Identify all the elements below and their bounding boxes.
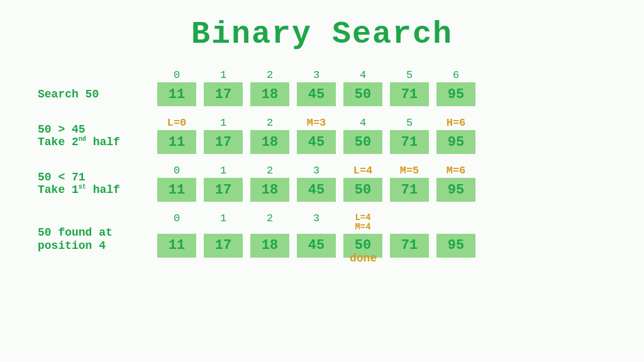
- array-cell: 95: [436, 82, 475, 106]
- index-label: L=4 M=4: [343, 213, 382, 234]
- step-label: 50 < 71Take 1st half: [38, 171, 157, 202]
- index-row: 0123L=4 M=4: [157, 213, 475, 234]
- array-cell: 11: [157, 82, 196, 106]
- array-cell: 71: [390, 130, 429, 154]
- done-note: done: [350, 252, 377, 265]
- step-row: 50 < 71Take 1st half0123L=4M=5M=61117184…: [38, 165, 644, 202]
- array-cell: 50: [343, 178, 382, 202]
- step-label: Search 50: [38, 88, 157, 106]
- array-cell: 45: [297, 130, 336, 154]
- index-label: M=6: [436, 165, 475, 178]
- index-label: 0: [157, 165, 196, 178]
- array-cell: 50: [343, 82, 382, 106]
- array-cell: 71: [390, 178, 429, 202]
- index-row: 0123456: [157, 70, 475, 82]
- array-cell: 17: [204, 178, 243, 202]
- array-cell: 18: [250, 234, 289, 258]
- array-cell: 45: [297, 82, 336, 106]
- index-label: 1: [204, 70, 243, 82]
- index-label: 6: [436, 70, 475, 82]
- array-cell: 95: [436, 234, 475, 258]
- array-cells: 11171845507195: [157, 178, 475, 202]
- index-label: 2: [250, 213, 289, 234]
- array-cell: 17: [204, 130, 243, 154]
- array-cell: 11: [157, 130, 196, 154]
- array-cells: 11171845507195: [157, 130, 475, 154]
- index-label: 2: [250, 118, 289, 130]
- index-label: L=4: [343, 165, 382, 178]
- array-cell: 18: [250, 82, 289, 106]
- array-cell: 11: [157, 178, 196, 202]
- array-cell: 11: [157, 234, 196, 258]
- page-title: Binary Search: [0, 16, 644, 52]
- index-label: M=5: [390, 165, 429, 178]
- index-label: [390, 213, 429, 234]
- index-label: 5: [390, 70, 429, 82]
- index-label: [436, 213, 475, 234]
- array-column: 0123L=4M=5M=611171845507195: [157, 165, 475, 202]
- index-label: 0: [157, 213, 196, 234]
- index-label: H=6: [436, 118, 475, 130]
- index-label: M=3: [297, 118, 336, 130]
- array-cell: 95: [436, 130, 475, 154]
- array-cell: 18: [250, 130, 289, 154]
- diagram-stage: Search 5001234561117184550719550 > 45Tak…: [0, 70, 644, 258]
- step-row: Search 50012345611171845507195: [38, 70, 644, 106]
- index-row: 0123L=4M=5M=6: [157, 165, 475, 178]
- diagram-page: Binary Search Search 5001234561117184550…: [0, 0, 644, 362]
- array-cell: 17: [204, 82, 243, 106]
- index-label: 2: [250, 165, 289, 178]
- array-cells: 11171845507195: [157, 82, 475, 106]
- array-cells: 11171845507195: [157, 234, 475, 258]
- array-cell: 71: [390, 82, 429, 106]
- array-column: L=012M=345H=611171845507195: [157, 118, 475, 154]
- index-label: 3: [297, 213, 336, 234]
- array-column: 0123L=4 M=411171845507195: [157, 213, 475, 258]
- array-cell: 45: [297, 234, 336, 258]
- index-label: 2: [250, 70, 289, 82]
- index-label: 3: [297, 165, 336, 178]
- index-label: 1: [204, 118, 243, 130]
- index-label: 0: [157, 70, 196, 82]
- array-cell: 45: [297, 178, 336, 202]
- array-cell: 17: [204, 234, 243, 258]
- array-column: 012345611171845507195: [157, 70, 475, 106]
- index-label: 4: [343, 118, 382, 130]
- array-cell: 50: [343, 130, 382, 154]
- array-cell: 71: [390, 234, 429, 258]
- index-label: 3: [297, 70, 336, 82]
- array-cell: 18: [250, 178, 289, 202]
- step-row: 50 found atposition 40123L=4 M=411171845…: [38, 213, 644, 258]
- index-label: 4: [343, 70, 382, 82]
- step-label: 50 > 45Take 2nd half: [38, 123, 157, 154]
- index-label: 5: [390, 118, 429, 130]
- index-label: 1: [204, 165, 243, 178]
- array-cell: 95: [436, 178, 475, 202]
- step-row: 50 > 45Take 2nd halfL=012M=345H=61117184…: [38, 118, 644, 154]
- index-label: L=0: [157, 118, 196, 130]
- index-label: 1: [204, 213, 243, 234]
- step-label: 50 found atposition 4: [38, 226, 157, 257]
- index-row: L=012M=345H=6: [157, 118, 475, 130]
